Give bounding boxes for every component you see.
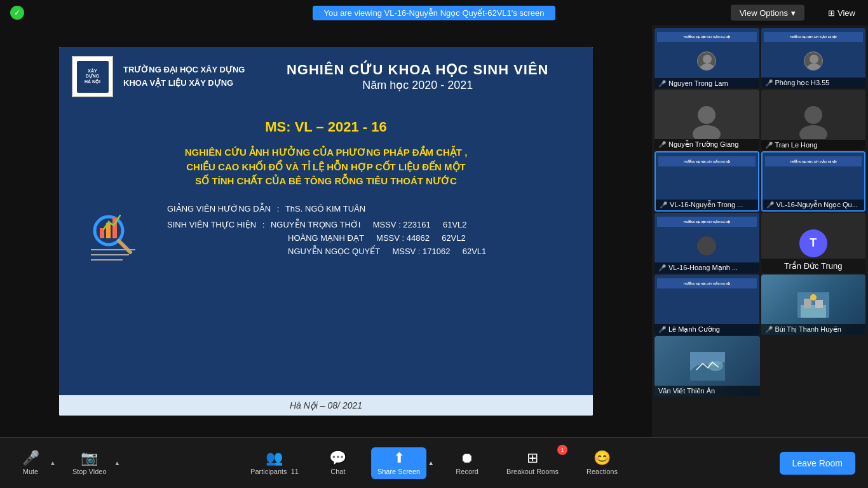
share-arrow[interactable]: ▲ xyxy=(428,459,434,466)
participant-name-bar: 🎤 Nguyen Trong Lam xyxy=(654,78,759,88)
participant-tile[interactable]: 🎤 Tran Le Hong xyxy=(761,90,866,150)
participant-row-6: Văn Viết Thiên Ân xyxy=(654,336,760,396)
svg-rect-19 xyxy=(815,300,823,308)
video-icon: 📷 xyxy=(81,451,98,465)
slide-main-title: NGHIÊN CỨU KHOA HỌC SINH VIÊN xyxy=(255,62,580,78)
slide-university-name: TRƯỜNG ĐẠI HỌC XÂY DỰNG KHOA VẬT LIỆU XÂ… xyxy=(123,64,245,90)
slide-details: GIẢNG VIÊN HƯỚNG DẪN : ThS. NGÔ KIM TUÂN… xyxy=(167,204,567,260)
stop-video-button[interactable]: 📷 Stop Video xyxy=(66,447,113,479)
svg-point-10 xyxy=(810,55,818,64)
slide-logo: XÂYDỰNGHÀ NỘI xyxy=(72,56,113,97)
participant-name-bar: 🎤 Nguyễn Trường Giang xyxy=(654,139,759,150)
svg-point-22 xyxy=(708,361,723,371)
breakout-rooms-button[interactable]: ⊞ 1 Breakout Rooms xyxy=(500,447,565,479)
participant-tile[interactable]: TRƯỜNG ĐẠI HỌC XÂY DỰNG HÀ NỘI 🎤 VL-16-H… xyxy=(654,213,759,273)
participant-name-bar: 🎤 Bùi Thị Thanh Huyền xyxy=(761,324,866,335)
mic-off-icon: 🎤 xyxy=(658,326,666,333)
slide-chart-icon xyxy=(85,204,154,274)
reactions-icon: 😊 xyxy=(593,451,611,465)
svg-point-12 xyxy=(698,106,715,124)
slide-research-title: NGHIÊN CỨU ẢNH HƯỞNG CỦA PHƯƠNG PHÁP ĐẦM… xyxy=(85,146,567,189)
breakout-badge: 1 xyxy=(557,445,567,455)
participant-row-4: TRƯỜNG ĐẠI HỌC XÂY DỰNG HÀ NỘI 🎤 VL-16-H… xyxy=(654,213,865,273)
slide-header: XÂYDỰNGHÀ NỘI TRƯỜNG ĐẠI HỌC XÂY DỰNG KH… xyxy=(59,47,593,106)
participant-row-5: TRƯỜNG ĐẠI HỌC XÂY DỰNG HÀ NỘI 🎤 Lê Mạnh… xyxy=(654,274,865,335)
view-button[interactable]: ⊞ View xyxy=(828,8,855,18)
participant-name-bar: 🎤 Phòng học H3.55 xyxy=(761,78,866,88)
slide-title-block: NGHIÊN CỨU KHOA HỌC SINH VIÊN Năm học 20… xyxy=(255,62,580,92)
mic-off-icon: 🎤 xyxy=(660,201,667,208)
slide-area: XÂYDỰNGHÀ NỘI TRƯỜNG ĐẠI HỌC XÂY DỰNG KH… xyxy=(0,25,652,437)
mic-off-icon: 🎤 xyxy=(765,142,773,149)
participants-icon: 👥 xyxy=(266,451,283,465)
participant-tile[interactable]: TRƯỜNG ĐẠI HỌC XÂY DỰNG HÀ NỘI 🎤 Lê Mạnh… xyxy=(654,274,759,335)
participant-name-bar: 🎤 VL-16-Hoang Mạnh ... xyxy=(654,262,759,273)
chat-icon: 💬 xyxy=(329,451,346,465)
svg-point-14 xyxy=(804,106,822,124)
video-arrow[interactable]: ▲ xyxy=(114,459,121,466)
participant-tile[interactable]: TRƯỜNG ĐẠI HỌC XÂY DỰNG HÀ NỘI 🎤 VL-16-N… xyxy=(654,151,759,212)
slide-year: Năm học 2020 - 2021 xyxy=(255,78,580,92)
slide-footer: Hà Nội – 08/ 2021 xyxy=(59,395,593,416)
mute-button[interactable]: 🎤 Mute xyxy=(13,447,48,479)
participants-button[interactable]: 👥 Participants 11 xyxy=(244,447,305,479)
participant-tile[interactable]: T Trần Đức Trung xyxy=(761,213,866,273)
svg-point-13 xyxy=(693,125,721,139)
participant-tile[interactable]: Văn Viết Thiên Ân xyxy=(654,336,760,396)
share-screen-icon: ⬆ xyxy=(393,451,405,465)
record-icon: ⏺ xyxy=(460,451,474,465)
svg-point-8 xyxy=(703,55,712,64)
svg-point-9 xyxy=(700,64,714,71)
mic-off-icon: 🎤 xyxy=(766,201,774,208)
slide-presentation: XÂYDỰNGHÀ NỘI TRƯỜNG ĐẠI HỌC XÂY DỰNG KH… xyxy=(59,47,593,416)
participant-tile[interactable]: 🎤 Bùi Thị Thanh Huyền xyxy=(761,274,866,335)
toolbar-center: 👥 Participants 11 💬 Chat ⬆ Share Screen … xyxy=(244,447,624,479)
screen-share-notice: You are viewing VL-16-Nguyễn Ngọc Quyết-… xyxy=(313,6,556,20)
mic-off-icon: 🎤 xyxy=(658,141,666,148)
avatar: T xyxy=(799,229,827,257)
slide-info-section: GIẢNG VIÊN HƯỚNG DẪN : ThS. NGÔ KIM TUÂN… xyxy=(85,204,567,274)
svg-point-15 xyxy=(799,125,827,139)
participant-tile[interactable]: TRƯỜNG ĐẠI HỌC XÂY DỰNG HÀ NỘI 🎤 Phòng h… xyxy=(761,28,866,88)
svg-line-1 xyxy=(119,241,130,252)
record-button[interactable]: ⏺ Record xyxy=(449,447,485,479)
slide-ms: MS: VL – 2021 - 16 xyxy=(85,119,567,135)
participant-name-bar: Văn Viết Thiên Ân xyxy=(654,386,760,396)
participant-name-bar: 🎤 VL-16-Nguyễn Trong ... xyxy=(656,200,758,210)
mic-off-icon: 🎤 xyxy=(765,326,773,333)
slide-body: MS: VL – 2021 - 16 NGHIÊN CỨU ẢNH HƯỞNG … xyxy=(59,106,593,395)
participant-tile[interactable]: 🎤 Nguyễn Trường Giang xyxy=(654,90,759,150)
participant-row-3: TRƯỜNG ĐẠI HỌC XÂY DỰNG HÀ NỘI 🎤 VL-16-N… xyxy=(654,151,865,212)
participant-name-bar: 🎤 VL-16-Nguyễn Ngọc Qu... xyxy=(763,200,865,210)
svg-point-20 xyxy=(810,294,817,301)
svg-rect-18 xyxy=(804,299,811,308)
mic-off-icon: 🎤 xyxy=(658,80,666,87)
mic-off-icon: 🎤 xyxy=(658,264,666,271)
chat-button[interactable]: 💬 Chat xyxy=(320,447,356,479)
reactions-button[interactable]: 😊 Reactions xyxy=(580,447,624,479)
top-bar: ✓ You are viewing VL-16-Nguyễn Ngọc Quyế… xyxy=(0,0,868,25)
mute-arrow[interactable]: ▲ xyxy=(50,459,56,466)
leave-room-button[interactable]: Leave Room xyxy=(780,452,855,475)
bottom-toolbar: 🎤 Mute ▲ 📷 Stop Video ▲ 👥 Participants 1… xyxy=(0,437,868,488)
participant-name-bar: 🎤 Lê Mạnh Cường xyxy=(654,324,759,335)
participant-name: Trần Đức Trung xyxy=(766,261,861,271)
mic-icon: 🎤 xyxy=(22,451,39,465)
view-options-button[interactable]: View Options ▾ xyxy=(731,5,804,21)
mic-off-icon: 🎤 xyxy=(765,79,773,86)
toolbar-right: Leave Room xyxy=(780,452,855,475)
participant-tile[interactable]: TRƯỜNG ĐẠI HỌC XÂY DỰNG HÀ NỘI 🎤 VL-16-N… xyxy=(761,151,866,212)
main-area: XÂYDỰNGHÀ NỘI TRƯỜNG ĐẠI HỌC XÂY DỰNG KH… xyxy=(0,25,868,437)
breakout-icon: ⊞ xyxy=(527,451,538,465)
green-dot-icon: ✓ xyxy=(10,6,24,20)
share-screen-button[interactable]: ⬆ Share Screen xyxy=(371,447,426,479)
participant-name-bar: 🎤 Tran Le Hong xyxy=(761,140,866,150)
svg-point-11 xyxy=(807,64,821,71)
toolbar-left: 🎤 Mute ▲ 📷 Stop Video ▲ xyxy=(13,447,120,479)
participant-tile[interactable]: TRƯỜNG ĐẠI HỌC XÂY DỰNG HÀ NỘI 🎤 Nguyen … xyxy=(654,28,759,88)
participant-row-2: 🎤 Nguyễn Trường Giang 🎤 Tran Le Hong xyxy=(654,90,865,150)
participants-panel: TRƯỜNG ĐẠI HỌC XÂY DỰNG HÀ NỘI 🎤 Nguyen … xyxy=(652,25,868,437)
participant-row-1: TRƯỜNG ĐẠI HỌC XÂY DỰNG HÀ NỘI 🎤 Nguyen … xyxy=(654,28,865,88)
